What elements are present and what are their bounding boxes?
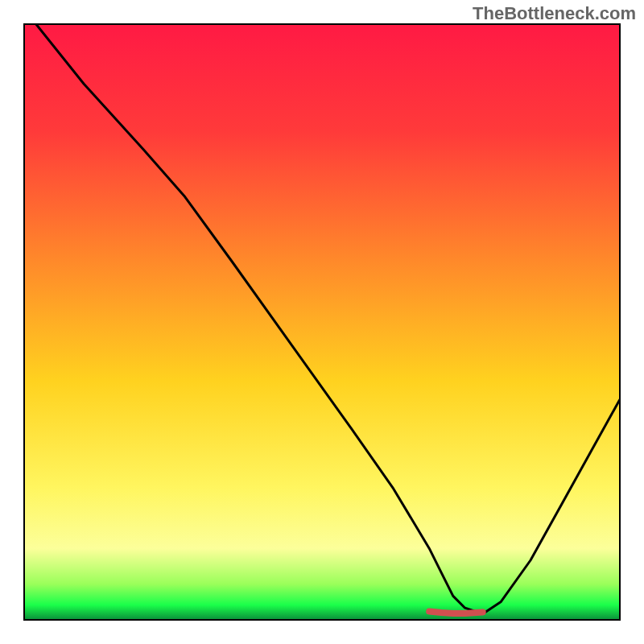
- series-highlight-min: [429, 612, 483, 613]
- chart-stage: TheBottleneck.com: [0, 0, 644, 644]
- bottleneck-chart: [0, 0, 644, 644]
- gradient-background: [24, 24, 620, 620]
- watermark-text: TheBottleneck.com: [473, 3, 636, 24]
